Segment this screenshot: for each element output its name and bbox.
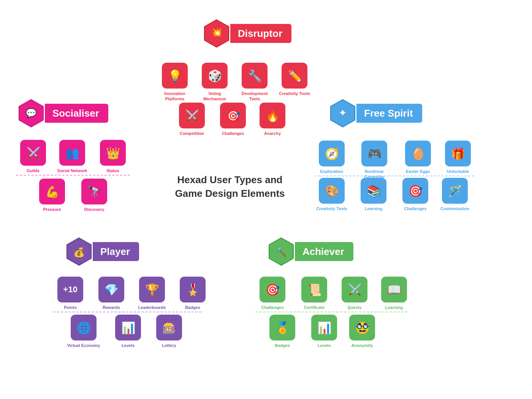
competition-tile: ⚔️ — [179, 103, 205, 128]
player-hex: 💰 — [64, 236, 94, 267]
competition-label: Competition — [180, 131, 204, 136]
learning-achiever-label: Learning — [385, 305, 403, 310]
achiever-divider — [255, 312, 407, 312]
icon-rewards: 💎 Rewards — [94, 277, 128, 310]
icon-status: 👑 Status — [96, 140, 130, 173]
levels-achiever-tile: 📊 — [311, 315, 337, 340]
icon-easter-eggs: 🥚 Easter Eggs — [401, 141, 435, 174]
icon-development-tools: 🔧 Development Tools — [238, 63, 272, 102]
customization-tile: 🪄 — [442, 178, 468, 204]
exploration-tile: 🧭 — [319, 141, 345, 166]
voting-mechanism-label: Voting Mechanism — [198, 91, 232, 102]
icon-points: +10 Points — [53, 277, 87, 310]
leaderboards-label: Leaderboards — [138, 305, 166, 310]
icon-innovation-platforms: 💡 Innovation Platforms — [158, 63, 192, 102]
anarchy-label: Anarchy — [264, 131, 281, 136]
challenges-disruptor-label: Challenges — [222, 131, 244, 136]
social-network-tile: 👥 — [59, 140, 85, 166]
discovery-label: Discovery — [84, 207, 104, 212]
icon-voting-mechanism: 🎲 Voting Mechanism — [198, 63, 232, 102]
easter-eggs-tile: 🥚 — [405, 141, 431, 166]
svg-text:🔨: 🔨 — [276, 247, 287, 258]
virtual-economy-tile: 🌐 — [71, 315, 97, 340]
icon-quests: ⚔️ Quests — [337, 277, 372, 310]
lottery-tile: 🎰 — [156, 315, 182, 340]
icon-certificate: 📜 Certificate — [297, 277, 331, 310]
anonymity-label: Anonymity — [352, 343, 373, 348]
challenges-disruptor-tile: 🎯 — [220, 103, 246, 128]
challenges-achiever-label: Challenges — [261, 305, 284, 310]
challenges-achiever-tile: 🎯 — [260, 277, 285, 302]
disruptor-badge: 💥 Disruptor — [201, 18, 291, 49]
virtual-economy-label: Virtual Economy — [67, 343, 100, 348]
discovery-tile: 🔭 — [81, 179, 107, 204]
badges-player-tile: 🎖️ — [180, 277, 206, 302]
voting-mechanism-tile: 🎲 — [202, 63, 228, 89]
freespirit-badge: ✦ Free Spirit — [328, 98, 422, 128]
learning-freespirit-tile: 📚 — [361, 178, 386, 204]
badges-achiever-tile: 🏅 — [269, 315, 295, 340]
challenges-freespirit-tile: 🎯 — [402, 178, 428, 204]
icon-anarchy: 🔥 Anarchy — [255, 103, 290, 136]
learning-freespirit-label: Learning — [365, 206, 382, 211]
icon-challenges-achiever: 🎯 Challenges — [255, 277, 290, 310]
player-badge: 💰 Player — [64, 236, 139, 267]
icon-competition: ⚔️ Competition — [175, 103, 209, 136]
svg-text:💬: 💬 — [25, 108, 37, 119]
icon-challenges-freespirit: 🎯 Challenges — [398, 178, 432, 211]
levels-player-tile: 📊 — [115, 315, 141, 340]
disruptor-hex: 💥 — [201, 18, 232, 49]
icon-levels-player: 📊 Levels — [111, 315, 145, 348]
socialiser-badge: 💬 Socialiser — [16, 98, 108, 128]
certificate-tile: 📜 — [301, 277, 327, 302]
unlockable-tile: 🎁 — [445, 141, 471, 166]
badges-achiever-label: Badges — [275, 343, 290, 348]
freespirit-divider — [315, 176, 474, 176]
rewards-tile: 💎 — [98, 277, 124, 302]
achiever-badge: 🔨 Achiever — [266, 236, 353, 267]
creativity-tools-disruptor-tile: ✏️ — [282, 63, 307, 89]
certificate-label: Certificate — [304, 305, 325, 310]
achiever-hex: 🔨 — [266, 236, 296, 267]
icon-badges-player: 🎖️ Badges — [176, 277, 210, 310]
freespirit-label: Free Spirit — [356, 104, 422, 123]
icon-challenges-disruptor: 🎯 Challenges — [216, 103, 250, 136]
icon-unlockable: 🎁 Unlockable — [441, 141, 475, 174]
icon-virtual-economy: 🌐 Virtual Economy — [66, 315, 101, 348]
center-title: Hexad User Types and Game Design Element… — [171, 173, 289, 201]
development-tools-tile: 🔧 — [242, 63, 268, 89]
rewards-label: Rewards — [103, 305, 120, 310]
pressure-tile: 💪 — [39, 179, 65, 204]
customization-label: Customization — [440, 206, 469, 211]
anonymity-tile: 🥸 — [349, 315, 375, 340]
icon-learning-freespirit: 📚 Learning — [356, 178, 391, 211]
socialiser-label: Socialiser — [45, 104, 108, 123]
unlockable-label: Unlockable — [447, 169, 469, 174]
learning-achiever-tile: 📖 — [381, 277, 407, 302]
icon-badges-achiever: 🏅 Badges — [265, 315, 299, 348]
nonlinear-gameplay-tile: 🎮 — [361, 141, 387, 166]
levels-player-label: Levels — [122, 343, 135, 348]
points-tile: +10 — [57, 277, 83, 302]
lottery-label: Lottery — [162, 343, 176, 348]
icon-customization: 🪄 Customization — [438, 178, 472, 211]
player-label: Player — [93, 242, 139, 261]
easter-eggs-label: Easter Eggs — [406, 169, 430, 174]
guilds-tile: ⚔️ — [20, 140, 46, 166]
status-label: Status — [106, 168, 119, 173]
svg-text:✦: ✦ — [339, 107, 347, 119]
anarchy-tile: 🔥 — [260, 103, 285, 128]
icon-anonymity: 🥸 Anonymity — [345, 315, 379, 348]
icon-leaderboards: 🏆 Leaderboards — [135, 277, 169, 310]
achiever-label: Achiever — [295, 242, 353, 261]
badges-player-label: Badges — [185, 305, 200, 310]
creativity-tools-freespirit-tile: 🎨 — [319, 178, 345, 204]
creativity-tools-freespirit-label: Creativity Tools — [316, 206, 347, 211]
disruptor-label: Disruptor — [230, 24, 291, 43]
points-label: Points — [64, 305, 77, 310]
icon-creativity-tools-disruptor: ✏️ Creativity Tools — [277, 63, 312, 96]
diagram-container: 💥 Disruptor 💡 Innovation Platforms 🎲 Vot… — [0, 0, 532, 399]
guilds-label: Guilds — [27, 168, 40, 173]
icon-levels-achiever: 📊 Levels — [307, 315, 341, 348]
creativity-tools-disruptor-label: Creativity Tools — [279, 91, 310, 96]
